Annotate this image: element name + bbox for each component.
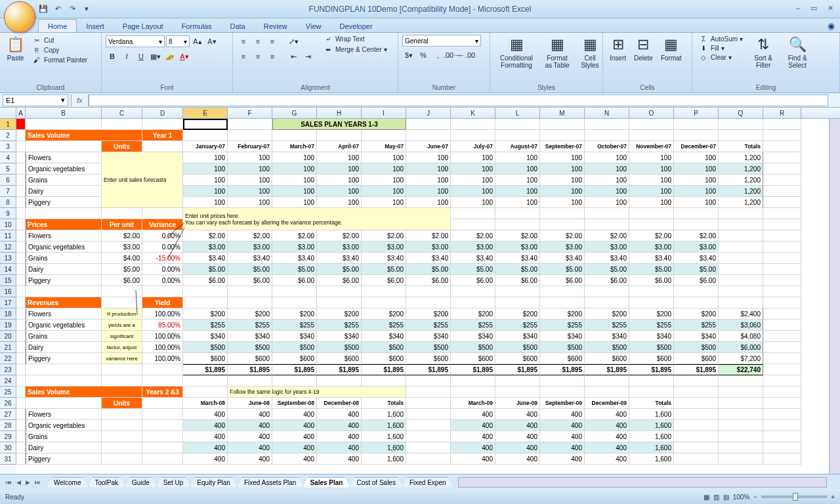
revenue-total[interactable]: $1,895 xyxy=(585,364,629,375)
y3-vol-cell[interactable]: 400 xyxy=(540,453,585,465)
yield[interactable]: 100.00% xyxy=(142,353,183,364)
column-header[interactable]: E xyxy=(183,108,228,118)
revenue-cell[interactable]: $200 xyxy=(317,308,362,320)
revenue-cell[interactable]: $200 xyxy=(183,308,228,320)
volume-cell[interactable]: 100 xyxy=(540,197,585,208)
revenue-cell[interactable]: $200 xyxy=(495,308,540,320)
volume-cell[interactable]: 100 xyxy=(362,175,406,186)
row-header[interactable]: 8 xyxy=(0,197,16,208)
product-name[interactable]: Dairy xyxy=(26,342,102,353)
yield[interactable]: 100.00% xyxy=(142,342,183,353)
revenue-cell[interactable]: $600 xyxy=(495,353,540,364)
volume-cell[interactable]: 100 xyxy=(540,152,585,163)
base-price[interactable]: $5.00 xyxy=(102,264,142,275)
y3-month-header[interactable]: December-09 xyxy=(585,398,629,409)
revenue-total[interactable]: $1,895 xyxy=(674,364,719,375)
decrease-decimal-button[interactable]: ←.00 xyxy=(460,49,473,62)
y3-vol-cell[interactable]: 1,600 xyxy=(629,420,674,431)
volume-cell[interactable]: 100 xyxy=(540,163,585,175)
product-name[interactable]: Grains xyxy=(26,175,102,186)
volume-cell[interactable]: 100 xyxy=(183,152,228,163)
revenue-cell[interactable]: $600 xyxy=(362,353,406,364)
y2-vol-cell[interactable]: 400 xyxy=(183,409,228,420)
tab-page-layout[interactable]: Page Layout xyxy=(114,20,173,32)
y2-vol-cell[interactable]: 400 xyxy=(228,420,272,431)
volume-cell[interactable]: 100 xyxy=(272,197,317,208)
align-bottom-button[interactable]: ≡ xyxy=(266,35,279,48)
volume-cell[interactable]: 100 xyxy=(317,152,362,163)
price-cell[interactable]: $6.00 xyxy=(674,275,719,286)
price-cell[interactable]: $5.00 xyxy=(228,264,272,275)
revenue-cell[interactable]: $255 xyxy=(629,320,674,331)
column-header[interactable]: R xyxy=(763,108,801,118)
volume-cell[interactable]: 100 xyxy=(317,186,362,197)
revenue-cell[interactable]: $600 xyxy=(317,353,362,364)
sheet-tab[interactable]: Equity Plan xyxy=(190,477,238,488)
month-header[interactable]: September-07 xyxy=(540,141,585,152)
copy-button[interactable]: ⎘Copy xyxy=(30,46,89,54)
y3-month-header[interactable]: March-09 xyxy=(451,398,495,409)
wrap-text-button[interactable]: ⤶Wrap Text xyxy=(321,35,389,43)
product-name[interactable]: Flowers xyxy=(26,308,102,320)
volume-cell[interactable]: 100 xyxy=(183,186,228,197)
month-header[interactable]: June-07 xyxy=(406,141,451,152)
fill-color-button[interactable]: ◢▾ xyxy=(163,50,177,63)
volume-cell[interactable]: 100 xyxy=(451,163,495,175)
fill-button[interactable]: ⬇Fill ▾ xyxy=(696,44,745,52)
month-header[interactable]: Totals xyxy=(719,141,763,152)
product-name[interactable]: Dairy xyxy=(26,442,102,453)
y2-vol-cell[interactable]: 400 xyxy=(183,453,228,465)
product-name[interactable]: Grains xyxy=(26,253,102,264)
volume-cell[interactable]: 100 xyxy=(451,186,495,197)
price-cell[interactable]: $5.00 xyxy=(406,264,451,275)
revenue-total[interactable]: $1,895 xyxy=(183,364,228,375)
align-top-button[interactable]: ≡ xyxy=(237,35,250,48)
revenue-cell[interactable]: $340 xyxy=(540,331,585,342)
revenue-cell[interactable]: $255 xyxy=(183,320,228,331)
clear-button[interactable]: ◇Clear ▾ xyxy=(696,53,745,62)
y3-vol-cell[interactable]: 1,600 xyxy=(629,453,674,465)
revenue-total[interactable]: $1,895 xyxy=(540,364,585,375)
product-name[interactable]: Flowers xyxy=(26,152,102,163)
row-header[interactable]: 11 xyxy=(0,230,16,242)
volume-cell[interactable]: 100 xyxy=(629,186,674,197)
revenue-cell[interactable]: $255 xyxy=(585,320,629,331)
y2-month-header[interactable]: Totals xyxy=(362,398,406,409)
column-header[interactable]: Q xyxy=(719,108,763,118)
price-cell[interactable]: $5.00 xyxy=(629,264,674,275)
price-cell[interactable]: $2.00 xyxy=(674,230,719,242)
row-header[interactable]: 22 xyxy=(0,353,16,364)
price-cell[interactable]: $5.00 xyxy=(674,264,719,275)
price-cell[interactable]: $2.00 xyxy=(183,230,228,242)
view-break-icon[interactable]: ▤ xyxy=(723,494,729,501)
plan-title[interactable]: SALES PLAN YEARS 1-3 xyxy=(272,119,406,130)
price-cell[interactable]: $6.00 xyxy=(228,275,272,286)
revenues-header[interactable]: Revenues xyxy=(26,297,102,308)
row-header[interactable]: 18 xyxy=(0,308,16,320)
units-header-y23[interactable]: Units xyxy=(102,398,142,409)
product-name[interactable]: Grains xyxy=(26,331,102,342)
y2-vol-cell[interactable]: 1,600 xyxy=(362,409,406,420)
horizontal-scrollbar[interactable] xyxy=(458,477,827,488)
revenue-cell[interactable]: $340 xyxy=(183,331,228,342)
grow-font-button[interactable]: A▴ xyxy=(191,35,204,48)
volume-cell[interactable]: 100 xyxy=(585,152,629,163)
y2-vol-cell[interactable]: 400 xyxy=(228,431,272,442)
price-cell[interactable]: $2.00 xyxy=(629,230,674,242)
revenue-total[interactable]: $22,740 xyxy=(719,364,763,375)
tab-developer[interactable]: Developer xyxy=(330,20,381,32)
revenue-total[interactable]: $1,895 xyxy=(406,364,451,375)
revenue-cell[interactable]: $200 xyxy=(272,308,317,320)
variance[interactable]: 0.00% xyxy=(142,275,183,286)
price-cell[interactable]: $3.40 xyxy=(629,253,674,264)
note-yield[interactable]: variance here xyxy=(102,353,142,364)
price-cell[interactable]: $2.00 xyxy=(451,230,495,242)
price-cell[interactable]: $6.00 xyxy=(585,275,629,286)
volume-cell[interactable]: 100 xyxy=(272,175,317,186)
shrink-font-button[interactable]: A▾ xyxy=(205,35,219,48)
month-header[interactable]: February-07 xyxy=(228,141,272,152)
month-header[interactable]: July-07 xyxy=(451,141,495,152)
row-header[interactable]: 10 xyxy=(0,219,16,230)
column-header[interactable]: A xyxy=(16,108,26,118)
y3-vol-cell[interactable]: 400 xyxy=(451,431,495,442)
